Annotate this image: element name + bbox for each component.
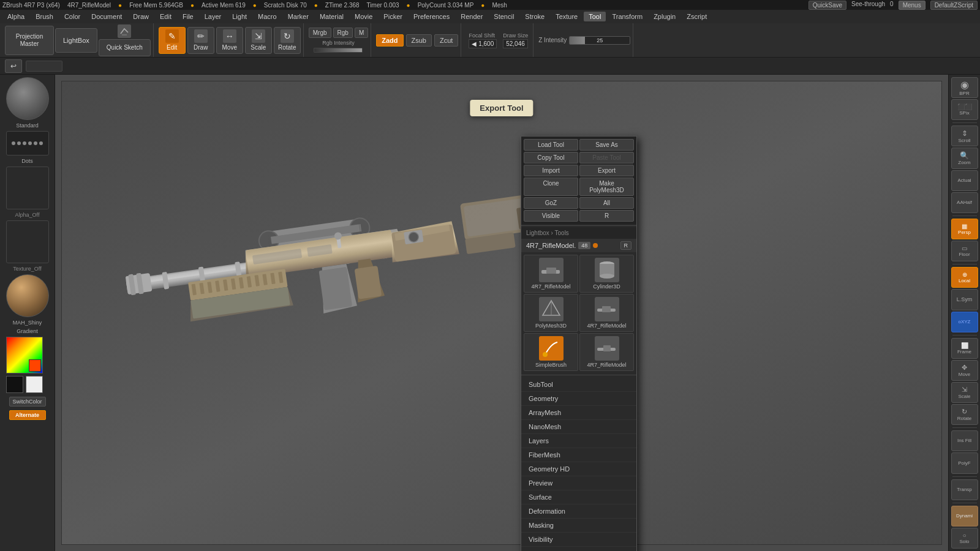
rotate-rp-button[interactable]: ↻ Rotate — [951, 404, 978, 425]
transp-button[interactable]: Transp — [951, 479, 978, 500]
zsub-button[interactable]: Zsub — [406, 34, 432, 47]
model-viewport[interactable] — [62, 81, 941, 544]
menu-alpha[interactable]: Alpha — [2, 12, 29, 21]
ins-fill-button[interactable]: Ins Fill — [951, 430, 978, 451]
zcut-button[interactable]: Zcut — [434, 34, 458, 47]
make-polymesh3d-button[interactable]: Make PolyMesh3D — [579, 178, 634, 196]
menu-tool[interactable]: Tool — [584, 12, 606, 21]
floor-button[interactable]: ▭ Floor — [951, 241, 978, 261]
menu-movie[interactable]: Movie — [350, 12, 377, 21]
load-tool-button[interactable]: Load Tool — [524, 139, 578, 151]
switch-color-button[interactable]: SwitchColor — [9, 397, 46, 407]
rgb-button[interactable]: Rgb — [333, 28, 353, 38]
model-r-button[interactable]: R — [620, 241, 632, 250]
m-button[interactable]: M — [355, 28, 368, 38]
lsym-button[interactable]: L.Sym — [951, 289, 978, 310]
save-as-button[interactable]: Save As — [579, 139, 634, 151]
all-button[interactable]: All — [579, 197, 634, 209]
aahalf-button[interactable]: AAHalf — [951, 192, 978, 213]
polyf-button[interactable]: PolyF — [951, 452, 978, 473]
menu-color[interactable]: Color — [59, 12, 85, 21]
alternate-button[interactable]: Alternate — [9, 410, 46, 420]
local-button[interactable]: ⊕ Local — [951, 267, 978, 288]
material-preview[interactable] — [6, 274, 49, 317]
tool-item-rifle3[interactable]: 4R7_RifleModel — [579, 333, 634, 371]
scale-rp-button[interactable]: ⇲ Scale — [951, 382, 978, 403]
z-intensity-slider[interactable]: 25 — [569, 36, 630, 45]
rgb-intensity-slider[interactable] — [314, 48, 363, 53]
spix-button[interactable]: ⬛⬛ SPix — [951, 99, 978, 120]
tool-item-brush[interactable]: SimpleBrush — [524, 333, 578, 371]
xyz-button[interactable]: oXYZ — [951, 312, 978, 332]
export-button[interactable]: Export — [579, 165, 634, 176]
tool-item-polymesh[interactable]: PolyMesh3D — [524, 294, 578, 332]
edit-button[interactable]: ✎ Edit — [159, 27, 186, 54]
r-button[interactable]: R — [579, 210, 634, 222]
undo-icon[interactable]: ↩ — [5, 59, 22, 73]
menu-marker[interactable]: Marker — [283, 12, 314, 21]
menu-render[interactable]: Render — [456, 12, 488, 21]
projection-master-button[interactable]: Projection Master — [5, 26, 54, 55]
menu-macro[interactable]: Macro — [253, 12, 282, 21]
tool-item-cylinder[interactable]: Cylinder3D — [579, 255, 634, 293]
draw-size-value[interactable]: 52,046 — [503, 39, 528, 48]
section-geometry[interactable]: Geometry — [521, 392, 636, 406]
visible-button[interactable]: Visible — [524, 210, 578, 222]
menu-texture[interactable]: Texture — [551, 12, 582, 21]
menu-stroke[interactable]: Stroke — [520, 12, 549, 21]
menu-preferences[interactable]: Preferences — [409, 12, 454, 21]
clone-button[interactable]: Clone — [524, 178, 578, 196]
dots-preview[interactable] — [6, 131, 49, 156]
section-surface[interactable]: Surface — [521, 490, 636, 504]
quick-sketch-button[interactable]: Quick Sketch — [99, 39, 151, 56]
section-layers[interactable]: Layers — [521, 434, 636, 448]
swatch-black[interactable] — [6, 376, 23, 393]
section-fibermesh[interactable]: FiberMesh — [521, 448, 636, 462]
menus-btn[interactable]: Menus — [899, 1, 925, 10]
brush-preview[interactable] — [6, 77, 49, 120]
section-preview[interactable]: Preview — [521, 476, 636, 490]
move-rp-button[interactable]: ✥ Move — [951, 360, 978, 381]
zadd-button[interactable]: Zadd — [376, 34, 403, 47]
tool-item-rifle2[interactable]: 4R7_RifleModel — [579, 294, 634, 332]
persp-button[interactable]: ▦ Persp — [951, 219, 978, 239]
solo-button[interactable]: ○ Solo — [951, 528, 978, 549]
section-subtool[interactable]: SubTool — [521, 378, 636, 392]
menu-zplugin[interactable]: Zplugin — [649, 12, 680, 21]
move-button[interactable]: ↔ Move — [216, 27, 243, 54]
alpha-preview[interactable] — [6, 167, 49, 209]
menu-stencil[interactable]: Stencil — [489, 12, 519, 21]
section-masking[interactable]: Masking — [521, 519, 636, 533]
menu-brush[interactable]: Brush — [31, 12, 58, 21]
section-polygroups[interactable]: Polygroups — [521, 547, 636, 551]
menu-edit[interactable]: Edit — [155, 12, 176, 21]
zoom-button[interactable]: 🔍 Zoom — [951, 148, 978, 168]
scroll-button[interactable]: ⇕ Scroll — [951, 126, 978, 146]
paste-tool-button[interactable]: Paste Tool — [579, 152, 634, 163]
lightbox-button[interactable]: LightBox — [55, 28, 97, 53]
mrgb-button[interactable]: Mrgb — [309, 28, 331, 38]
quicksave-top[interactable]: QuickSave — [809, 1, 846, 10]
section-deformation[interactable]: Deformation — [521, 504, 636, 519]
menu-material[interactable]: Material — [315, 12, 349, 21]
frame-button[interactable]: ⬜ Frame — [951, 338, 978, 359]
draw-button[interactable]: ✏ Draw — [187, 27, 214, 54]
menu-picker[interactable]: Picker — [379, 12, 407, 21]
scale-button[interactable]: ⇲ Scale — [245, 27, 272, 54]
menu-zscript[interactable]: Zscript — [682, 12, 712, 21]
swatch-white[interactable] — [26, 376, 43, 393]
menu-transform[interactable]: Transform — [607, 12, 647, 21]
texture-preview[interactable] — [6, 220, 49, 263]
goz-button[interactable]: GoZ — [524, 197, 578, 209]
section-arraymesh[interactable]: ArrayMesh — [521, 406, 636, 420]
menu-draw[interactable]: Draw — [128, 12, 154, 21]
tool-item-rifle1[interactable]: 4R7_RifleModel — [524, 255, 578, 293]
section-nanomesh[interactable]: NanoMesh — [521, 420, 636, 434]
menu-document[interactable]: Document — [86, 12, 127, 21]
rotate-button[interactable]: ↻ Rotate — [274, 27, 301, 54]
color-square[interactable] — [6, 337, 43, 373]
section-visibility[interactable]: Visibility — [521, 533, 636, 547]
menu-light[interactable]: Light — [227, 12, 252, 21]
section-geometry-hd[interactable]: Geometry HD — [521, 462, 636, 476]
menu-file[interactable]: File — [178, 12, 198, 21]
